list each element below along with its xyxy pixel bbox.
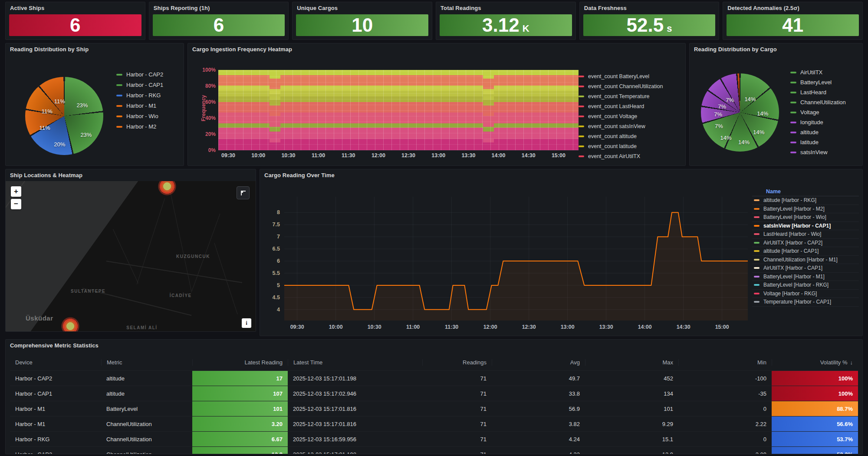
timeseries-svg	[284, 197, 748, 321]
table-cell: 0	[678, 401, 772, 416]
legend-label: ChannelUtilization	[800, 99, 846, 106]
legend-series-row[interactable]: AirUtilTX [Harbor - CAP2]	[752, 239, 859, 248]
legend-item[interactable]: event_count LastHeard	[579, 101, 682, 111]
map-attribution-button[interactable]: i	[242, 318, 251, 328]
table-row[interactable]: Harbor - M1ChannelUtilization3.202025-12…	[10, 416, 858, 431]
legend-item[interactable]: Harbor - M2	[116, 123, 163, 130]
column-header-metric[interactable]: Metric	[101, 359, 192, 366]
map-place-label: İCADİYE	[170, 293, 192, 297]
column-header-avg[interactable]: Avg	[492, 359, 585, 366]
legend-series-label: LastHeard [Harbor - Wio]	[763, 231, 821, 237]
panel-title[interactable]: Ship Locations & Heatmap	[6, 169, 256, 181]
table-row[interactable]: Harbor - CAP1altitude1072025-12-03 15:17…	[10, 386, 858, 401]
map-canvas[interactable]: KUZGUNCUKSULTANTEPEİCADİYEÜsküdarSELAMİ …	[6, 181, 256, 331]
legend-item[interactable]: Voltage	[790, 109, 846, 116]
panel-metric-statistics: Comprehensive Metric Statistics DeviceMe…	[5, 339, 863, 454]
legend-item[interactable]: Harbor - RKG	[116, 92, 163, 99]
heatmap-grid	[218, 70, 579, 150]
legend-series-row[interactable]: AirUtilTX [Harbor - CAP1]	[752, 264, 859, 273]
legend-series-row[interactable]: altitude [Harbor - RKG]	[752, 196, 859, 205]
legend-item[interactable]: Harbor - Wio	[116, 113, 163, 119]
legend-item[interactable]: event_count Voltage	[579, 111, 682, 121]
column-header-latest-reading[interactable]: Latest Reading	[192, 359, 288, 366]
pie-slice-label: 23%	[80, 132, 92, 138]
heatmap-x-tick: 15:00	[552, 152, 566, 159]
legend-series-row[interactable]: altitude [Harbor - CAP1]	[752, 247, 859, 256]
legend-item[interactable]: event_count ChannelUtilization	[579, 81, 682, 91]
timeseries-y-tick: 6.5	[273, 246, 280, 252]
panel-title[interactable]: Cargo Ingestion Frequency Heatmap	[188, 43, 685, 55]
table-row[interactable]: Harbor - CAP2ChannelUtilization13.92025-…	[10, 446, 858, 454]
column-header-volatility-[interactable]: Volatility %↓	[772, 359, 858, 366]
legend-color-dash	[754, 242, 760, 244]
legend-series-row[interactable]: BatteryLevel [Harbor - RKG]	[752, 281, 859, 290]
column-header-device[interactable]: Device	[10, 359, 101, 366]
pie-slice-label: 14%	[738, 139, 750, 145]
legend-item[interactable]: event_count Temperature	[579, 91, 682, 101]
heatmap-x-tick: 10:00	[251, 152, 265, 159]
column-header-readings[interactable]: Readings	[422, 359, 492, 366]
panel-title[interactable]: Cargo Reading Over Time	[260, 169, 862, 181]
legend-series-label: AirUtilTX [Harbor - CAP2]	[763, 240, 822, 246]
legend-item[interactable]: latitude	[790, 139, 846, 145]
panel-title[interactable]: Comprehensive Metric Statistics	[6, 340, 862, 351]
column-header-max[interactable]: Max	[585, 359, 678, 366]
stat-value-area: 6	[153, 14, 285, 36]
legend-item[interactable]: BatteryLevel	[790, 79, 846, 86]
timeseries-content: 87.576.565.554.54 09:3010:0010:3011:0011…	[260, 181, 862, 336]
legend-label: event_count BatteryLevel	[588, 73, 649, 79]
legend-item[interactable]: longitude	[790, 119, 846, 126]
column-header-min[interactable]: Min	[678, 359, 772, 366]
table-row[interactable]: Harbor - RKGChannelUtilization6.672025-1…	[10, 431, 858, 446]
pie-slice-label: 14%	[744, 96, 756, 102]
legend-item[interactable]: event_count AirUtilTX	[579, 151, 682, 161]
legend-item[interactable]: event_count satsInView	[579, 121, 682, 131]
map-layers-button[interactable]	[237, 186, 250, 199]
table-cell: 2025-12-03 15:17:02.946	[288, 386, 422, 401]
legend-series-row[interactable]: ChannelUtilization [Harbor - M1]	[752, 256, 859, 264]
legend-item[interactable]: ChannelUtilization	[790, 99, 846, 106]
panel-title[interactable]: Reading Distribution by Cargo	[690, 43, 862, 55]
table-row[interactable]: Harbor - CAP2altitude172025-12-03 15:17:…	[10, 370, 858, 386]
heatmap-plot[interactable]: 09:3010:0010:3011:0011:3012:0012:3013:00…	[218, 70, 579, 150]
legend-series-row[interactable]: BatteryLevel [Harbor - M1]	[752, 273, 859, 281]
legend-item[interactable]: event_count BatteryLevel	[579, 71, 682, 81]
legend-color-dash	[754, 199, 760, 201]
legend-item[interactable]: event_count latitude	[579, 141, 682, 151]
legend-series-row[interactable]: Temperature [Harbor - CAP1]	[752, 298, 859, 307]
legend-item[interactable]: AirUtilTX	[790, 69, 846, 76]
timeseries-plot[interactable]: 87.576.565.554.54 09:3010:0010:3011:0011…	[284, 197, 748, 321]
legend-item[interactable]: Harbor - M1	[116, 102, 163, 109]
table-cell: 13.9	[585, 447, 678, 454]
stat-value-group: 52.5s	[627, 16, 672, 35]
column-header-latest-time[interactable]: Latest Time	[288, 359, 422, 366]
legend-item[interactable]: satsInView	[790, 149, 846, 155]
legend-series-row[interactable]: satsInView [Harbor - CAP1]	[752, 222, 859, 231]
legend-item[interactable]: Harbor - CAP1	[116, 82, 163, 88]
legend-series-row[interactable]: BatteryLevel [Harbor - M2]	[752, 205, 859, 214]
ship-heat-marker[interactable]	[158, 181, 177, 196]
legend-series-row[interactable]: BatteryLevel [Harbor - Wio]	[752, 213, 859, 222]
legend-item[interactable]: LastHeard	[790, 89, 846, 96]
panel-title[interactable]: Reading Distribution by Ship	[6, 43, 184, 55]
table-cell: 4.24	[492, 432, 585, 446]
ship-heat-marker[interactable]	[61, 317, 80, 331]
table-cell: 88.7%	[772, 401, 858, 416]
map-zoom-out-button[interactable]: −	[11, 199, 21, 209]
heatmap-x-tick: 10:30	[281, 152, 295, 159]
timeseries-x-tick: 12:00	[483, 324, 497, 330]
panel-reading-distribution-by-cargo: Reading Distribution by Cargo 14%14%14%1…	[689, 43, 863, 166]
legend-item[interactable]: event_count altitude	[579, 131, 682, 141]
legend-series-row[interactable]: Voltage [Harbor - RKG]	[752, 290, 859, 298]
legend-item[interactable]: Harbor - CAP2	[116, 71, 163, 78]
map-zoom-in-button[interactable]: +	[11, 186, 21, 197]
legend-name-header[interactable]: Name	[752, 187, 859, 196]
legend-label: event_count ChannelUtilization	[588, 83, 663, 89]
timeseries-x-tick: 12:30	[522, 324, 536, 330]
legend-series-label: AirUtilTX [Harbor - CAP1]	[763, 265, 822, 271]
legend-item[interactable]: altitude	[790, 129, 846, 135]
timeseries-y-tick: 4.5	[273, 294, 280, 301]
legend-label: Voltage	[800, 109, 819, 116]
legend-series-row[interactable]: LastHeard [Harbor - Wio]	[752, 230, 859, 239]
table-row[interactable]: Harbor - M1BatteryLevel1012025-12-03 15:…	[10, 401, 858, 416]
